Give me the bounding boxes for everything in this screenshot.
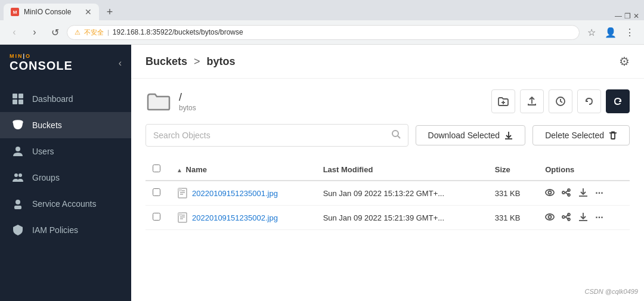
sidebar-item-iam-policies[interactable]: IAM Policies: [0, 217, 131, 243]
browser-nav-bar: ‹ › ↺ ⚠ 不安全 | 192.168.1.8:35922/buckets/…: [0, 20, 644, 44]
folder-actions: [491, 89, 630, 113]
svg-point-40: [562, 216, 565, 218]
sidebar-navigation: Dashboard Buckets: [0, 81, 131, 301]
file-name[interactable]: 20220109151235002.jpg: [192, 213, 278, 222]
svg-point-8: [18, 173, 22, 177]
window-restore[interactable]: ❐: [624, 12, 631, 20]
bookmark-icon[interactable]: ☆: [583, 24, 600, 41]
logo-mini: MIN|O: [10, 53, 73, 59]
objects-table: ▲ Name Last Modified Size Options: [145, 159, 630, 230]
breadcrumb-separator: >: [194, 55, 200, 67]
row-options: ···: [545, 188, 623, 199]
table-row: 20220109151235002.jpg Sun Jan 09 2022 15…: [145, 206, 630, 230]
col-size: Size: [488, 159, 538, 181]
sidebar-item-users[interactable]: Users: [0, 138, 131, 165]
nav-back-button[interactable]: ‹: [6, 24, 23, 41]
nav-right-icons: ☆ 👤 ⋮: [583, 24, 638, 41]
service-accounts-icon: [12, 198, 24, 210]
profile-icon[interactable]: 👤: [602, 24, 619, 41]
tab-label: MinIO Console: [24, 8, 71, 16]
create-folder-button[interactable]: [491, 89, 515, 113]
table-row: 20220109151235001.jpg Sun Jan 09 2022 15…: [145, 181, 630, 206]
download-row-icon[interactable]: [578, 188, 588, 199]
more-options-icon[interactable]: ···: [595, 188, 603, 198]
file-icon: [177, 187, 188, 199]
sidebar-item-label: Dashboard: [32, 94, 73, 104]
col-last-modified: Last Modified: [316, 159, 488, 181]
upload-button[interactable]: [520, 89, 544, 113]
undo-button[interactable]: [577, 89, 601, 113]
svg-rect-0: [13, 94, 17, 98]
nav-reload-button[interactable]: ↺: [47, 24, 63, 41]
share-icon[interactable]: [562, 212, 571, 224]
delete-icon: [609, 131, 617, 139]
browser-tabs: M MinIO Console ✕ + — ❐ ✕: [0, 0, 644, 20]
svg-rect-35: [178, 213, 182, 216]
svg-line-16: [398, 136, 400, 138]
sidebar-item-service-accounts[interactable]: Service Accounts: [0, 191, 131, 217]
nav-forward-button[interactable]: ›: [26, 24, 43, 41]
page-header: Buckets > bytos ⚙: [131, 45, 644, 79]
select-all-checkbox[interactable]: [153, 165, 160, 172]
row-modified-cell: Sun Jan 09 2022 15:21:39 GMT+...: [316, 206, 488, 230]
svg-rect-23: [178, 188, 182, 191]
sidebar-item-buckets[interactable]: Buckets: [0, 112, 131, 138]
delete-selected-button[interactable]: Delete Selected: [532, 125, 630, 145]
sidebar: MIN|O CONSOLE ‹ Dashboard: [0, 45, 131, 301]
download-selected-button[interactable]: Download Selected: [416, 125, 526, 145]
breadcrumb: Buckets > bytos: [145, 55, 236, 68]
window-minimize[interactable]: —: [615, 12, 622, 20]
row-checkbox[interactable]: [153, 188, 160, 196]
menu-icon[interactable]: ⋮: [621, 24, 638, 41]
security-icon: ⚠: [75, 29, 80, 36]
tab-close-button[interactable]: ✕: [85, 7, 92, 17]
folder-header: / bytos: [145, 88, 630, 114]
sidebar-item-label: Buckets: [32, 120, 62, 130]
app-layout: MIN|O CONSOLE ‹ Dashboard: [0, 45, 644, 301]
groups-icon: [12, 172, 24, 184]
folder-meta: / bytos: [179, 91, 196, 112]
new-tab-button[interactable]: +: [101, 4, 118, 20]
tab-favicon: M: [11, 8, 19, 16]
svg-point-37: [549, 215, 552, 218]
col-last-modified-label: Last Modified: [323, 165, 373, 174]
window-close[interactable]: ✕: [633, 12, 639, 20]
watermark: CSDN @cqlk0499: [585, 288, 638, 295]
row-modified-cell: Sun Jan 09 2022 15:13:22 GMT+...: [316, 181, 488, 206]
active-tab[interactable]: M MinIO Console ✕: [4, 4, 99, 20]
breadcrumb-buckets[interactable]: Buckets: [145, 55, 187, 67]
sidebar-item-label: IAM Policies: [32, 225, 78, 235]
download-row-icon[interactable]: [578, 212, 588, 224]
col-name: ▲ Name: [169, 159, 316, 181]
search-row: Download Selected Delete Selected: [145, 124, 630, 147]
table-body: 20220109151235001.jpg Sun Jan 09 2022 15…: [145, 181, 630, 230]
share-icon[interactable]: [562, 188, 571, 199]
svg-point-9: [16, 200, 20, 204]
search-icon: [391, 129, 401, 141]
col-name-label: Name: [186, 165, 207, 174]
sidebar-collapse-button[interactable]: ‹: [119, 58, 122, 69]
search-box: [145, 124, 408, 147]
svg-rect-1: [18, 94, 23, 98]
row-options-cell: ···: [538, 206, 630, 230]
address-bar[interactable]: ⚠ 不安全 | 192.168.1.8:35922/buckets/bytos/…: [67, 25, 580, 40]
refresh-button[interactable]: [606, 89, 630, 113]
row-checkbox[interactable]: [153, 213, 160, 221]
preview-icon[interactable]: [545, 212, 555, 224]
download-selected-label: Download Selected: [428, 131, 500, 140]
search-input[interactable]: [153, 131, 386, 140]
settings-icon[interactable]: ⚙: [619, 54, 630, 69]
svg-point-25: [549, 191, 552, 194]
svg-point-24: [546, 190, 554, 196]
download-icon: [504, 131, 513, 139]
sidebar-item-groups[interactable]: Groups: [0, 165, 131, 191]
svg-point-7: [14, 173, 18, 177]
file-name[interactable]: 20220109151235001.jpg: [192, 189, 278, 198]
rewind-button[interactable]: [549, 89, 572, 113]
preview-icon[interactable]: [545, 188, 555, 199]
row-options-cell: ···: [538, 181, 630, 206]
breadcrumb-bucket: bytos: [207, 55, 236, 67]
svg-point-36: [546, 214, 554, 220]
sidebar-item-dashboard[interactable]: Dashboard: [0, 86, 131, 112]
more-options-icon[interactable]: ···: [595, 212, 603, 223]
